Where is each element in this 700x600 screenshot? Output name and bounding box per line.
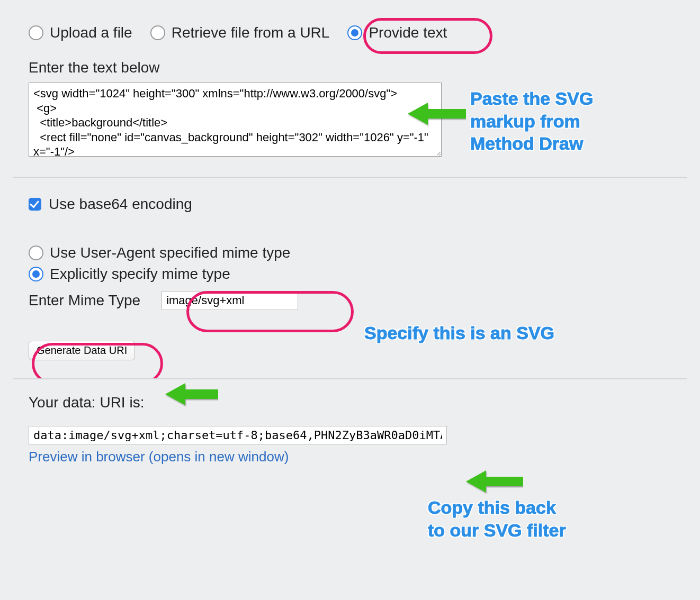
mime-type-input[interactable] [161,291,298,310]
result-panel: Your data: URI is: Preview in browser (o… [13,378,687,483]
generate-button[interactable]: Generate Data URI [29,341,135,360]
mime-row: Enter Mime Type [29,291,671,310]
checkbox-base64[interactable]: Use base64 encoding [29,196,671,213]
radio-user-agent-mime[interactable]: Use User-Agent specified mime type [29,244,671,261]
radio-label: Retrieve file from a URL [172,24,330,41]
radio-provide-text[interactable]: Provide text [347,24,447,41]
checkbox-icon [29,198,41,211]
source-radio-group: Upload a file Retrieve file from a URL P… [29,24,671,41]
radio-label: Upload a file [50,24,132,41]
checkbox-label: Use base64 encoding [49,196,192,213]
radio-label: Explicitly specify mime type [50,266,230,283]
result-label: Your data: URI is: [29,394,671,411]
input-panel: Upload a file Retrieve file from a URL P… [13,5,687,177]
radio-label: Use User-Agent specified mime type [50,244,290,261]
radio-label: Provide text [369,24,447,41]
result-output[interactable] [29,426,447,444]
mime-radio-group: Use User-Agent specified mime type Expli… [29,244,671,283]
preview-link[interactable]: Preview in browser (opens in new window) [29,449,289,465]
radio-icon [347,25,362,40]
encoding-panel: Use base64 encoding Use User-Agent speci… [13,177,687,378]
callout-copy-back: Copy this back to our SVG filter [428,496,566,541]
radio-upload-file[interactable]: Upload a file [29,24,132,41]
radio-icon [150,25,165,40]
radio-retrieve-url[interactable]: Retrieve file from a URL [150,24,330,41]
radio-explicit-mime[interactable]: Explicitly specify mime type [29,266,671,283]
mime-type-label: Enter Mime Type [29,292,140,309]
radio-icon [29,267,43,281]
svg-text-input[interactable] [29,83,442,157]
radio-icon [29,246,43,260]
enter-text-label: Enter the text below [29,59,671,76]
radio-icon [29,25,43,40]
